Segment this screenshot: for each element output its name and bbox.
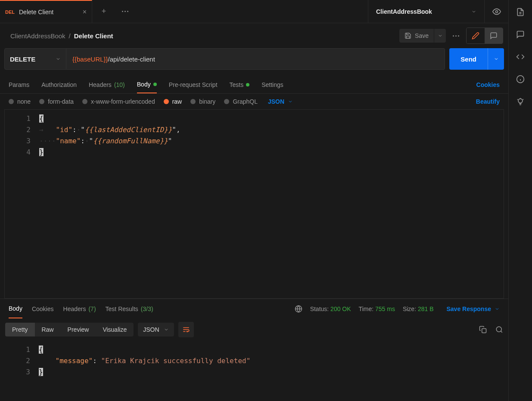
- send-button[interactable]: Send: [449, 48, 488, 70]
- tab-delete-client[interactable]: DEL Delete Client ×: [0, 0, 92, 23]
- search-icon: [495, 326, 503, 333]
- tab-params[interactable]: Params: [9, 76, 29, 93]
- response-header: Body Cookies Headers (7) Test Results (3…: [0, 299, 508, 318]
- more-actions-button[interactable]: [453, 35, 459, 37]
- url-input[interactable]: {{baseURL}}/api/delete-client: [66, 48, 445, 70]
- radio-form-data[interactable]: form-data: [39, 98, 74, 105]
- response-tab-body[interactable]: Body: [9, 299, 22, 318]
- copy-icon: [479, 326, 487, 333]
- method-badge: DEL: [5, 9, 15, 15]
- save-icon: [404, 32, 411, 39]
- radio-raw[interactable]: raw: [164, 98, 182, 105]
- radio-binary[interactable]: binary: [190, 98, 215, 105]
- environment-preview-button[interactable]: [484, 0, 508, 23]
- breadcrumb-parent[interactable]: ClientAddressBook: [10, 32, 65, 40]
- chevron-down-icon: [438, 33, 443, 38]
- search-button[interactable]: [495, 326, 503, 333]
- send-dropdown[interactable]: [488, 48, 504, 70]
- mode-toggle: [466, 28, 503, 44]
- svg-point-0: [495, 10, 498, 12]
- svg-line-7: [501, 331, 502, 332]
- wrap-icon: [182, 326, 190, 333]
- pencil-icon: [472, 32, 479, 40]
- radio-x-www-form[interactable]: x-www-form-urlencoded: [82, 98, 155, 105]
- new-tab-button[interactable]: +: [92, 0, 115, 23]
- response-tab-headers[interactable]: Headers (7): [63, 299, 96, 318]
- response-tab-cookies[interactable]: Cookies: [32, 299, 54, 318]
- radio-none[interactable]: none: [9, 98, 31, 105]
- radio-graphql[interactable]: GraphQL: [224, 98, 258, 105]
- view-visualize[interactable]: Visualize: [96, 323, 134, 336]
- comment-mode-button[interactable]: [485, 28, 503, 43]
- tab-overflow-button[interactable]: [115, 0, 134, 23]
- svg-rect-5: [482, 329, 486, 333]
- tab-headers[interactable]: Headers (10): [89, 76, 125, 93]
- chevron-down-icon: [288, 99, 293, 104]
- tab-body[interactable]: Body: [137, 76, 157, 93]
- edit-mode-button[interactable]: [467, 28, 485, 43]
- file-icon: [516, 8, 525, 16]
- tab-settings[interactable]: Settings: [261, 76, 283, 93]
- response-tab-test-results[interactable]: Test Results (3/3): [106, 299, 153, 318]
- chevron-down-icon: [164, 327, 169, 332]
- tab-pre-request[interactable]: Pre-request Script: [169, 76, 218, 93]
- method-label: DELETE: [10, 56, 56, 63]
- tab-tests[interactable]: Tests: [230, 76, 250, 93]
- line-gutter: 123: [4, 341, 38, 401]
- save-response-button[interactable]: Save Response: [447, 305, 500, 312]
- view-pretty[interactable]: Pretty: [5, 323, 35, 336]
- save-button[interactable]: Save: [399, 29, 434, 43]
- response-meta: Status: 200 OK Time: 755 ms Size: 281 B …: [295, 305, 500, 313]
- right-sidebar: [508, 0, 532, 401]
- close-icon[interactable]: ×: [83, 8, 87, 16]
- url-row: DELETE {{baseURL}}/api/delete-client Sen…: [0, 48, 508, 76]
- send-group: Send: [449, 48, 504, 70]
- code-area[interactable]: { → "id":·"{{lastAddedClientID}}", ····"…: [38, 110, 504, 298]
- tab-title: Delete Client: [19, 9, 78, 15]
- view-raw[interactable]: Raw: [35, 323, 61, 336]
- response-toolbar: Pretty Raw Preview Visualize JSON: [0, 318, 508, 341]
- info-icon: [516, 75, 525, 83]
- code-area[interactable]: { "message": "Erika Krajcik successfully…: [38, 341, 504, 401]
- tab-bar: DEL Delete Client × + ClientAddressBook: [0, 0, 508, 23]
- save-dropdown[interactable]: [434, 29, 446, 43]
- chevron-down-icon: [495, 306, 500, 312]
- eye-icon: [492, 7, 501, 16]
- related-button[interactable]: [516, 97, 525, 106]
- environment-name: ClientAddressBook: [376, 8, 471, 15]
- environment-selector[interactable]: ClientAddressBook: [368, 0, 484, 23]
- copy-button[interactable]: [479, 326, 487, 333]
- status-dot-icon: [153, 83, 157, 86]
- info-button[interactable]: [516, 75, 525, 83]
- comment-icon: [516, 30, 525, 39]
- response-view-segment: Pretty Raw Preview Visualize: [5, 323, 134, 336]
- chevron-down-icon: [56, 56, 61, 62]
- line-gutter: 1234: [5, 110, 38, 298]
- breadcrumb-current: Delete Client: [74, 32, 113, 40]
- status-dot-icon: [246, 83, 249, 86]
- chevron-down-icon: [471, 9, 476, 14]
- body-format-selector[interactable]: JSON: [268, 98, 293, 105]
- request-body-editor[interactable]: 1234 { → "id":·"{{lastAddedClientID}}", …: [4, 109, 504, 299]
- tab-authorization[interactable]: Authorization: [41, 76, 77, 93]
- svg-point-13: [518, 99, 523, 103]
- comment-icon: [490, 32, 498, 40]
- method-selector[interactable]: DELETE: [4, 48, 66, 70]
- breadcrumb-row: ClientAddressBook / Delete Client Save: [0, 23, 508, 48]
- cookies-link[interactable]: Cookies: [476, 81, 500, 88]
- chevron-down-icon: [494, 56, 499, 62]
- comments-button[interactable]: [516, 30, 525, 39]
- view-preview[interactable]: Preview: [61, 323, 96, 336]
- request-tabs: Params Authorization Headers (10) Body P…: [0, 76, 508, 94]
- code-snippet-button[interactable]: [516, 52, 525, 61]
- svg-point-6: [496, 327, 501, 332]
- globe-icon[interactable]: [295, 305, 302, 313]
- response-format-selector[interactable]: JSON: [138, 323, 174, 336]
- line-wrap-button[interactable]: [178, 322, 194, 337]
- lightbulb-icon: [516, 97, 525, 106]
- documentation-button[interactable]: [516, 8, 525, 16]
- save-group: Save: [399, 29, 446, 43]
- response-body-editor[interactable]: 123 { "message": "Erika Krajcik successf…: [4, 341, 504, 401]
- code-icon: [516, 52, 525, 61]
- beautify-button[interactable]: Beautify: [476, 98, 500, 105]
